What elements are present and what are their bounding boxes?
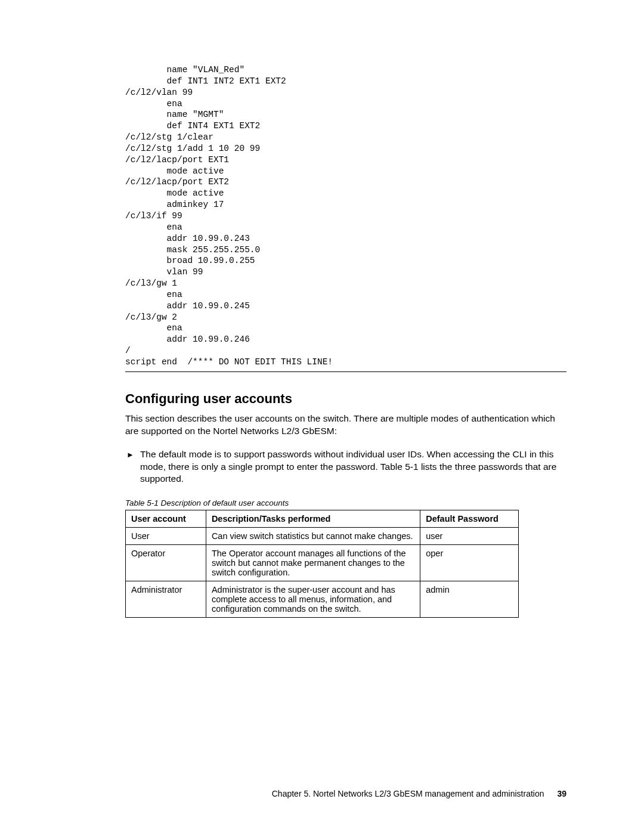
footer-page-number: 39 — [557, 789, 566, 798]
header-default-password: Default Password — [420, 510, 519, 528]
cell-desc: The Operator account manages all functio… — [206, 545, 420, 581]
table-caption: Table 5-1 Description of default user ac… — [125, 498, 566, 507]
bullet-marker-icon: ► — [125, 448, 134, 486]
accounts-table: User account Description/Tasks performed… — [125, 510, 519, 618]
cell-account: User — [126, 528, 206, 545]
page-footer: Chapter 5. Nortel Networks L2/3 GbESM ma… — [272, 789, 566, 798]
cell-desc: Administrator is the super-user account … — [206, 581, 420, 618]
cell-account: Operator — [126, 545, 206, 581]
table-header-row: User account Description/Tasks performed… — [126, 510, 519, 528]
code-block: name "VLAN_Red" def INT1 INT2 EXT1 EXT2 … — [125, 64, 566, 372]
page-content: name "VLAN_Red" def INT1 INT2 EXT1 EXT2 … — [0, 0, 644, 618]
cell-pass: user — [420, 528, 519, 545]
table-row: Administrator Administrator is the super… — [126, 581, 519, 618]
section-heading: Configuring user accounts — [125, 391, 566, 407]
bullet-text: The default mode is to support passwords… — [140, 448, 566, 486]
table-row: User Can view switch statistics but cann… — [126, 528, 519, 545]
table-row: Operator The Operator account manages al… — [126, 545, 519, 581]
cell-account: Administrator — [126, 581, 206, 618]
cell-pass: oper — [420, 545, 519, 581]
header-description: Description/Tasks performed — [206, 510, 420, 528]
bullet-list: ► The default mode is to support passwor… — [125, 448, 566, 486]
cell-pass: admin — [420, 581, 519, 618]
intro-paragraph: This section describes the user accounts… — [125, 413, 566, 438]
footer-chapter: Chapter 5. Nortel Networks L2/3 GbESM ma… — [272, 789, 544, 798]
bullet-item: ► The default mode is to support passwor… — [125, 448, 566, 486]
header-user-account: User account — [126, 510, 206, 528]
cell-desc: Can view switch statistics but cannot ma… — [206, 528, 420, 545]
